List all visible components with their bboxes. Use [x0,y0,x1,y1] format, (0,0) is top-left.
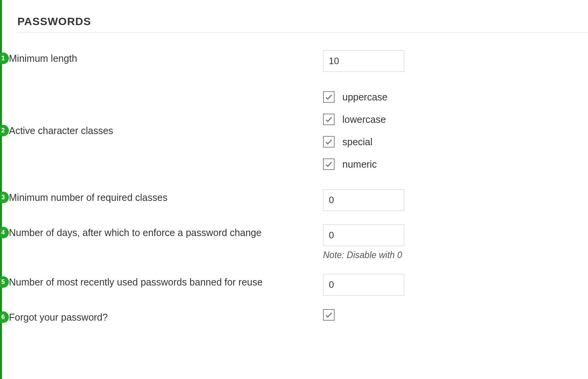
uppercase-label: uppercase [342,92,388,103]
char-class-item: special [323,136,431,148]
banned-reuse-label: Number of most recently used passwords b… [9,277,263,288]
badge-2: 2 [0,125,9,136]
days-enforce-hint: Note: Disable with 0 [323,250,431,260]
days-enforce-label: Number of days, after which to enforce a… [9,227,262,238]
char-class-item: numeric [323,158,431,170]
forgot-password-row: 6 Forgot your password? [17,309,588,323]
min-length-row: 1 Minimum length [17,50,588,72]
numeric-label: numeric [342,159,377,170]
section-divider [17,32,588,33]
char-classes-row: 2 Active character classes uppercase low… [17,91,588,170]
badge-3: 3 [0,192,9,203]
special-label: special [342,136,373,148]
min-length-input[interactable] [323,50,404,72]
badge-4: 4 [0,227,9,238]
forgot-password-checkbox[interactable] [323,309,335,321]
passwords-settings-panel: PASSWORDS 1 Minimum length 2 Active char… [0,0,588,379]
min-length-label: Minimum length [9,53,77,64]
numeric-checkbox[interactable] [323,158,335,170]
section-title: PASSWORDS [17,15,588,32]
banned-reuse-input[interactable] [323,274,404,296]
char-classes-list: uppercase lowercase special numeric [323,91,431,170]
banned-reuse-row: 5 Number of most recently used passwords… [17,274,588,296]
days-enforce-row: 4 Number of days, after which to enforce… [17,224,588,260]
lowercase-checkbox[interactable] [323,114,335,125]
min-classes-label: Minimum number of required classes [9,192,168,203]
badge-5: 5 [0,276,9,288]
special-checkbox[interactable] [323,136,335,148]
min-classes-input[interactable] [323,189,404,211]
min-classes-row: 3 Minimum number of required classes [17,189,588,211]
forgot-password-label: Forgot your password? [9,312,108,323]
badge-1: 1 [0,53,9,64]
char-classes-label: Active character classes [9,125,113,136]
days-enforce-input[interactable] [323,224,404,246]
lowercase-label: lowercase [342,114,386,125]
badge-6: 6 [0,311,9,323]
char-class-item: lowercase [323,114,431,125]
char-class-item: uppercase [323,91,431,103]
uppercase-checkbox[interactable] [323,91,335,103]
